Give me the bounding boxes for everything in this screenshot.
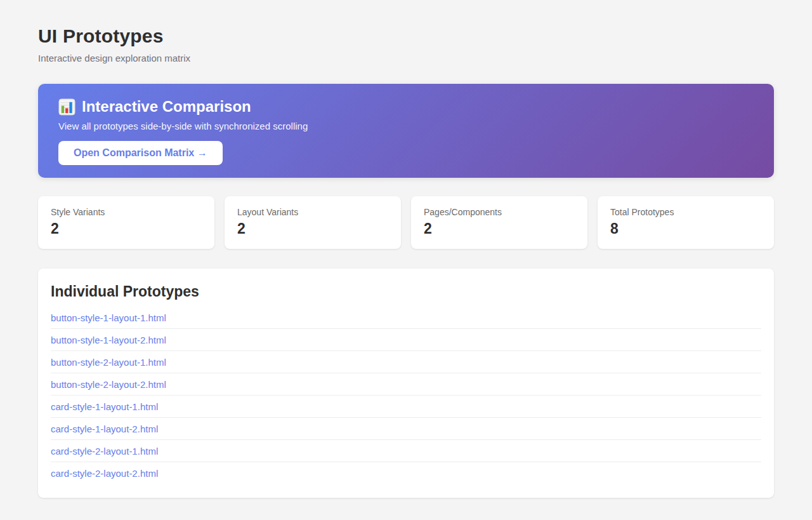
list-item: card-style-1-layout-1.html bbox=[51, 396, 761, 418]
list-item: card-style-2-layout-1.html bbox=[51, 440, 761, 462]
banner-description: View all prototypes side-by-side with sy… bbox=[58, 121, 754, 131]
prototype-link[interactable]: button-style-1-layout-1.html bbox=[51, 307, 761, 328]
list-item: button-style-1-layout-1.html bbox=[51, 307, 761, 329]
open-comparison-matrix-button[interactable]: Open Comparison Matrix → bbox=[58, 141, 223, 165]
stat-value: 8 bbox=[610, 220, 761, 237]
list-item: button-style-2-layout-2.html bbox=[51, 373, 761, 396]
page-title: UI Prototypes bbox=[38, 25, 774, 47]
stat-card-pages-components: Pages/Components 2 bbox=[411, 196, 587, 249]
individual-prototypes-heading: Individual Prototypes bbox=[51, 283, 761, 300]
stat-value: 2 bbox=[424, 220, 575, 237]
stats-grid: Style Variants 2 Layout Variants 2 Pages… bbox=[38, 196, 774, 249]
prototype-link[interactable]: card-style-1-layout-2.html bbox=[51, 418, 761, 439]
list-item: button-style-1-layout-2.html bbox=[51, 329, 761, 351]
stat-card-total-prototypes: Total Prototypes 8 bbox=[598, 196, 774, 249]
prototype-link[interactable]: button-style-2-layout-1.html bbox=[51, 351, 761, 373]
comparison-banner: Interactive Comparison View all prototyp… bbox=[38, 84, 774, 178]
prototype-link[interactable]: card-style-2-layout-2.html bbox=[51, 462, 761, 484]
list-item: button-style-2-layout-1.html bbox=[51, 351, 761, 373]
stat-value: 2 bbox=[237, 220, 388, 237]
banner-title: Interactive Comparison bbox=[82, 97, 251, 116]
prototype-link[interactable]: card-style-2-layout-1.html bbox=[51, 440, 761, 462]
bar-chart-icon bbox=[58, 98, 75, 116]
banner-title-row: Interactive Comparison bbox=[58, 97, 754, 116]
stat-label: Total Prototypes bbox=[610, 207, 761, 217]
stat-card-layout-variants: Layout Variants 2 bbox=[225, 196, 401, 249]
stat-label: Pages/Components bbox=[424, 207, 575, 217]
prototype-link[interactable]: card-style-1-layout-1.html bbox=[51, 396, 761, 417]
stat-label: Style Variants bbox=[51, 207, 202, 217]
stat-value: 2 bbox=[51, 220, 202, 237]
prototype-link[interactable]: button-style-1-layout-2.html bbox=[51, 329, 761, 350]
page-container: UI Prototypes Interactive design explora… bbox=[38, 0, 774, 520]
prototype-link[interactable]: button-style-2-layout-2.html bbox=[51, 373, 761, 395]
list-item: card-style-2-layout-2.html bbox=[51, 462, 761, 484]
page-subtitle: Interactive design exploration matrix bbox=[38, 53, 774, 63]
individual-prototypes-card: Individual Prototypes button-style-1-lay… bbox=[38, 269, 774, 498]
stat-card-style-variants: Style Variants 2 bbox=[38, 196, 214, 249]
prototype-list: button-style-1-layout-1.html button-styl… bbox=[51, 307, 761, 484]
stat-label: Layout Variants bbox=[237, 207, 388, 217]
list-item: card-style-1-layout-2.html bbox=[51, 418, 761, 440]
